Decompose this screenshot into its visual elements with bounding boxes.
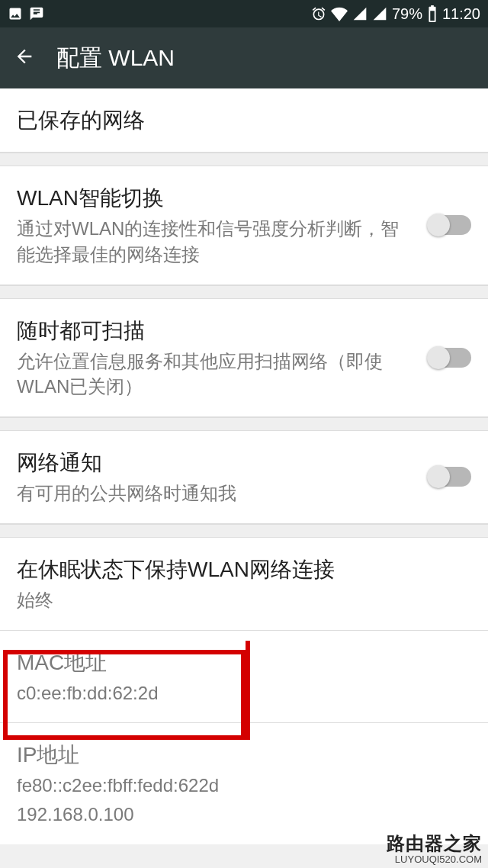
- watermark-url: LUYOUQI520.COM: [387, 854, 482, 865]
- saved-networks-title: 已保存的网络: [17, 105, 471, 135]
- scan-always-toggle[interactable]: [429, 348, 471, 368]
- app-bar: 配置 WLAN: [0, 27, 488, 88]
- page-title: 配置 WLAN: [56, 43, 175, 74]
- scan-always-sub: 允许位置信息服务和其他应用扫描网络（即使WLAN已关闭）: [17, 349, 413, 400]
- smart-switch-row[interactable]: WLAN智能切换 通过对WLAN的连接性和信号强度分析判断，智能选择最佳的网络连…: [0, 166, 488, 285]
- divider: [0, 524, 488, 538]
- keep-wlan-sub: 始终: [17, 587, 471, 613]
- back-arrow-icon[interactable]: [14, 46, 35, 70]
- signal-1-icon: [352, 6, 368, 21]
- divider: [0, 153, 488, 166]
- status-bar: 79% 11:20: [0, 0, 488, 27]
- divider: [0, 285, 488, 299]
- network-notify-sub: 有可用的公共网络时通知我: [17, 481, 413, 506]
- network-notify-toggle[interactable]: [429, 467, 471, 487]
- mac-address-title: MAC地址: [17, 648, 471, 677]
- ip-address-title: IP地址: [17, 740, 471, 770]
- scan-always-row[interactable]: 随时都可扫描 允许位置信息服务和其他应用扫描网络（即使WLAN已关闭）: [0, 299, 488, 417]
- network-notify-row[interactable]: 网络通知 有可用的公共网络时通知我: [0, 431, 488, 524]
- settings-list[interactable]: 已保存的网络 WLAN智能切换 通过对WLAN的连接性和信号强度分析判断，智能选…: [0, 88, 488, 844]
- ip-address-v6: fe80::c2ee:fbff:fedd:622d: [17, 773, 471, 799]
- keep-wlan-title: 在休眠状态下保持WLAN网络连接: [17, 555, 471, 584]
- watermark: 路由器之家 LUYOUQI520.COM: [387, 834, 482, 865]
- smart-switch-toggle[interactable]: [429, 215, 471, 235]
- battery-percent: 79%: [392, 5, 422, 23]
- clock-time: 11:20: [442, 5, 480, 23]
- ip-address-row: IP地址 fe80::c2ee:fbff:fedd:622d 192.168.0…: [0, 723, 488, 844]
- keep-wlan-sleep-row[interactable]: 在休眠状态下保持WLAN网络连接 始终: [0, 538, 488, 631]
- mac-address-value: c0:ee:fb:dd:62:2d: [17, 680, 471, 706]
- wifi-icon: [331, 5, 348, 22]
- message-icon: [29, 6, 44, 21]
- signal-2-icon: [372, 6, 387, 21]
- network-notify-title: 网络通知: [17, 448, 413, 477]
- alarm-icon: [311, 6, 326, 21]
- picture-icon: [8, 6, 23, 21]
- smart-switch-sub: 通过对WLAN的连接性和信号强度分析判断，智能选择最佳的网络连接: [17, 216, 413, 267]
- ip-address-v4: 192.168.0.100: [17, 802, 471, 828]
- scan-always-title: 随时都可扫描: [17, 316, 413, 346]
- watermark-text: 路由器之家: [387, 834, 482, 854]
- saved-networks-row[interactable]: 已保存的网络: [0, 88, 488, 153]
- battery-icon: [427, 5, 438, 22]
- mac-address-row: MAC地址 c0:ee:fb:dd:62:2d: [0, 631, 488, 724]
- divider: [0, 417, 488, 431]
- smart-switch-title: WLAN智能切换: [17, 183, 413, 213]
